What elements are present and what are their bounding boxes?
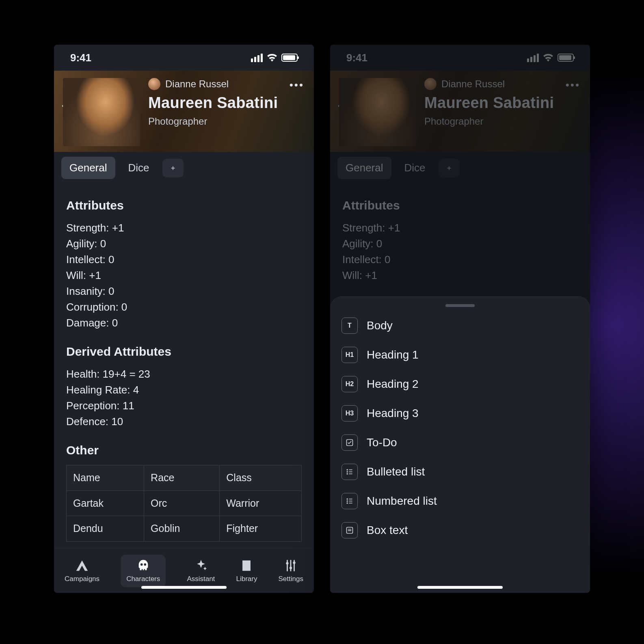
svg-point-8 (347, 500, 348, 501)
nav-label: Library (236, 575, 257, 583)
nav-characters[interactable]: Characters (121, 555, 166, 587)
option-label: Numbered list (367, 495, 437, 508)
owner-name: Dianne Russel (165, 78, 229, 90)
attr-corruption: Corruption: 0 (66, 299, 302, 315)
attr-damage: Damage: 0 (66, 315, 302, 331)
more-icon[interactable]: ••• (290, 79, 304, 91)
col-race: Race (144, 465, 220, 491)
svg-point-9 (347, 502, 348, 504)
option-box-text[interactable]: Box text (339, 516, 581, 545)
tabs: General Dice (54, 152, 314, 184)
nav-label: Assistant (187, 575, 215, 583)
list-number-icon (341, 493, 358, 509)
nav-campaigns[interactable]: Campaigns (65, 559, 99, 583)
derived-defence: Defence: 10 (66, 414, 302, 430)
owner-avatar (148, 78, 160, 90)
nav-library[interactable]: Library (236, 559, 257, 583)
text-icon: T (341, 318, 358, 334)
character-title: Maureen Sabatini (148, 94, 305, 112)
character-portrait (63, 78, 140, 146)
attr-strength: Strength: +1 (66, 220, 302, 236)
attr-will: Will: +1 (66, 268, 302, 283)
option-todo[interactable]: To-Do (339, 428, 581, 457)
attr-insanity: Insanity: 0 (66, 283, 302, 299)
wifi-icon (267, 54, 277, 62)
sliders-icon (284, 559, 298, 573)
nav-settings[interactable]: Settings (279, 559, 303, 583)
tab-add[interactable] (162, 159, 184, 177)
main-content: Attributes Strength: +1 Agility: 0 Intel… (54, 184, 314, 542)
derived-health: Health: 19+4 = 23 (66, 366, 302, 382)
option-label: Box text (367, 524, 408, 537)
section-other-title: Other (66, 441, 302, 459)
tab-dice[interactable]: Dice (120, 157, 158, 179)
option-bulleted-list[interactable]: Bulleted list (339, 457, 581, 486)
section-attributes-title: Attributes (66, 196, 302, 214)
svg-point-7 (347, 498, 348, 499)
col-class: Class (220, 465, 302, 491)
derived-perception: Perception: 11 (66, 398, 302, 414)
svg-point-0 (286, 562, 289, 564)
owner-row[interactable]: Dianne Russel (148, 78, 305, 90)
list-bullet-icon (341, 464, 358, 480)
format-bottom-sheet: T Body H1 Heading 1 H2 Heading 2 H3 Head… (330, 296, 590, 593)
option-body[interactable]: T Body (339, 311, 581, 340)
h3-icon: H3 (341, 405, 358, 421)
battery-icon (281, 54, 298, 62)
plus-icon (171, 164, 175, 173)
nav-label: Characters (126, 575, 160, 583)
svg-point-4 (347, 469, 348, 470)
other-table: Name Race Class Gartak Orc Warrior Dendu… (66, 465, 302, 542)
option-label: Heading 3 (367, 407, 419, 420)
character-header: Dianne Russel Maureen Sabatini Photograp… (54, 71, 314, 152)
option-label: To-Do (367, 436, 397, 449)
h1-icon: H1 (341, 347, 358, 363)
nav-assistant[interactable]: Assistant (187, 559, 215, 583)
option-label: Heading 1 (367, 348, 419, 361)
option-numbered-list[interactable]: Numbered list (339, 486, 581, 516)
phone-format-sheet: 9:41 Dianne Russel Maureen Sabatini Phot… (330, 45, 590, 593)
sheet-grabber[interactable] (445, 304, 475, 307)
status-bar: 9:41 (54, 45, 314, 71)
box-text-icon (341, 522, 358, 538)
option-heading-3[interactable]: H3 Heading 3 (339, 399, 581, 428)
attr-intellect: Intellect: 0 (66, 252, 302, 268)
col-name: Name (67, 465, 144, 491)
bookmark-icon (240, 559, 253, 573)
option-heading-1[interactable]: H1 Heading 1 (339, 340, 581, 370)
character-subtitle: Photographer (148, 116, 305, 127)
cellular-icon (251, 54, 263, 62)
svg-point-5 (347, 471, 348, 472)
svg-point-2 (293, 561, 296, 564)
table-header-row: Name Race Class (67, 465, 302, 491)
table-row: Gartak Orc Warrior (67, 491, 302, 516)
home-indicator (141, 586, 227, 589)
nav-label: Settings (279, 575, 303, 583)
svg-point-1 (290, 566, 292, 569)
h2-icon: H2 (341, 376, 358, 392)
option-heading-2[interactable]: H2 Heading 2 (339, 370, 581, 399)
phone-character-detail: 9:41 Dianne Russel Maureen Sabatini Phot… (54, 45, 314, 593)
status-time: 9:41 (70, 52, 91, 64)
option-label: Bulleted list (367, 465, 425, 478)
tab-general[interactable]: General (61, 157, 115, 179)
option-label: Heading 2 (367, 378, 419, 391)
section-derived-title: Derived Attributes (66, 342, 302, 361)
skull-icon (136, 559, 150, 573)
status-icons (251, 54, 298, 62)
option-label: Body (367, 319, 393, 332)
home-indicator (417, 586, 503, 589)
attr-agility: Agility: 0 (66, 236, 302, 252)
nav-label: Campaigns (65, 575, 99, 583)
checkbox-icon (341, 434, 358, 451)
tent-icon (75, 559, 89, 573)
svg-point-6 (347, 473, 348, 474)
derived-healing: Healing Rate: 4 (66, 382, 302, 398)
sparkle-icon (194, 559, 208, 573)
table-row: Dendu Goblin Fighter (67, 516, 302, 542)
